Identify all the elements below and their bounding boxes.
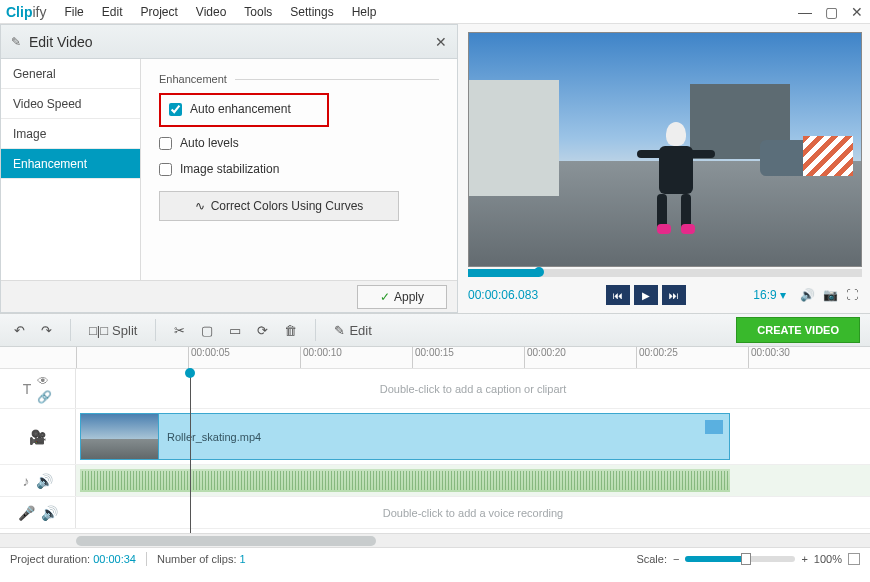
text-icon: T xyxy=(23,381,32,397)
image-stabilization-checkbox[interactable] xyxy=(159,163,172,176)
fit-button[interactable] xyxy=(848,553,860,565)
timeline-ruler[interactable]: 00:00:05 00:00:10 00:00:15 00:00:20 00:0… xyxy=(0,347,870,369)
ruler-tick: 00:00:20 xyxy=(524,347,636,368)
scrub-handle[interactable] xyxy=(534,267,544,277)
ruler-tick: 00:00:25 xyxy=(636,347,748,368)
redo-button[interactable]: ↷ xyxy=(37,321,56,340)
tab-image[interactable]: Image xyxy=(1,119,140,149)
edit-button[interactable]: ✎ Edit xyxy=(330,321,375,340)
audio-lane[interactable] xyxy=(76,465,870,496)
video-preview[interactable] xyxy=(468,32,862,267)
correct-colors-label: Correct Colors Using Curves xyxy=(211,199,364,213)
auto-enhancement-checkbox[interactable] xyxy=(169,103,182,116)
scale-thumb[interactable] xyxy=(741,553,751,565)
play-button[interactable]: ▶ xyxy=(634,285,658,305)
playback-scrubber[interactable] xyxy=(468,269,862,277)
video-clip[interactable]: Roller_skating.mp4 xyxy=(80,413,730,460)
auto-enhancement-highlight: Auto enhancement xyxy=(159,93,329,127)
fullscreen-icon[interactable]: ⛶ xyxy=(846,288,858,302)
aspect-ratio[interactable]: 16:9 ▾ xyxy=(753,288,786,302)
scale-fill xyxy=(685,556,746,562)
voice-lane[interactable]: Double-click to add a voice recording xyxy=(76,497,870,528)
minimize-icon[interactable]: — xyxy=(798,4,812,20)
duration-label: Project duration: xyxy=(10,553,90,565)
split-button[interactable]: □|□ Split xyxy=(85,321,141,340)
video-lane[interactable]: Roller_skating.mp4 Drag cli and photos xyxy=(76,409,870,464)
caption-track[interactable]: T 👁 🔗 Double-click to add a caption or c… xyxy=(0,369,870,409)
video-track[interactable]: 🎥 Roller_skating.mp4 Drag cli and photos xyxy=(0,409,870,465)
apply-label: Apply xyxy=(394,290,424,304)
clips-label: Number of clips: xyxy=(157,553,236,565)
window-controls: — ▢ ✕ xyxy=(798,4,864,20)
link-icon[interactable]: 🔗 xyxy=(37,390,52,404)
clip-name: Roller_skating.mp4 xyxy=(167,431,261,443)
undo-button[interactable]: ↶ xyxy=(10,321,29,340)
zoom-out-button[interactable]: − xyxy=(673,553,679,565)
menu-settings[interactable]: Settings xyxy=(290,5,333,19)
speaker-icon[interactable]: 🔊 xyxy=(36,473,53,489)
speaker-icon[interactable]: 🔊 xyxy=(41,505,58,521)
prev-button[interactable]: ⏮ xyxy=(606,285,630,305)
curves-icon: ∿ xyxy=(195,199,205,213)
correct-colors-button[interactable]: ∿ Correct Colors Using Curves xyxy=(159,191,399,221)
menu-help[interactable]: Help xyxy=(352,5,377,19)
scale-slider[interactable] xyxy=(685,556,795,562)
menu-bar: Clipify File Edit Project Video Tools Se… xyxy=(0,0,870,24)
crop-button[interactable]: ▢ xyxy=(197,321,217,340)
maximize-icon[interactable]: ▢ xyxy=(824,4,838,20)
delete-button[interactable]: 🗑 xyxy=(280,321,301,340)
preview-skater xyxy=(653,122,699,242)
scale-label: Scale: xyxy=(636,553,667,565)
menu-edit[interactable]: Edit xyxy=(102,5,123,19)
audio-waveform[interactable] xyxy=(80,469,730,492)
separator xyxy=(155,319,156,341)
image-stabilization-row[interactable]: Image stabilization xyxy=(159,157,439,181)
app-logo: Clipify xyxy=(6,4,46,20)
playhead[interactable] xyxy=(190,369,191,533)
create-video-button[interactable]: CREATE VIDEO xyxy=(736,317,860,343)
ruler-tick: 00:00:30 xyxy=(748,347,860,368)
menu-video[interactable]: Video xyxy=(196,5,226,19)
panel-close-icon[interactable]: ✕ xyxy=(435,34,447,50)
rotate-button[interactable]: ⟳ xyxy=(253,321,272,340)
zoom-in-button[interactable]: + xyxy=(801,553,807,565)
audio-track[interactable]: ♪ 🔊 xyxy=(0,465,870,497)
tab-video-speed[interactable]: Video Speed xyxy=(1,89,140,119)
scrollbar-thumb[interactable] xyxy=(76,536,376,546)
auto-enhancement-row[interactable]: Auto enhancement xyxy=(169,97,319,121)
edit-video-panel: ✎ Edit Video ✕ General Video Speed Image… xyxy=(0,24,458,313)
timeline-scrollbar[interactable] xyxy=(0,533,870,547)
volume-icon[interactable]: 🔊 xyxy=(800,288,815,302)
status-bar: Project duration: 00:00:34 Number of cli… xyxy=(0,547,870,569)
video-icon: 🎥 xyxy=(29,429,46,445)
menu-tools[interactable]: Tools xyxy=(244,5,272,19)
next-button[interactable]: ⏭ xyxy=(662,285,686,305)
frame-button[interactable]: ▭ xyxy=(225,321,245,340)
separator xyxy=(315,319,316,341)
panel-header: ✎ Edit Video ✕ xyxy=(1,25,457,59)
check-icon: ✓ xyxy=(380,290,390,304)
tab-enhancement[interactable]: Enhancement xyxy=(1,149,140,179)
timecode: 00:00:06.083 xyxy=(468,288,538,302)
preview-pane: 00:00:06.083 ⏮ ▶ ⏭ 16:9 ▾ 🔊 📷 ⛶ xyxy=(458,24,870,313)
voice-track[interactable]: 🎤 🔊 Double-click to add a voice recordin… xyxy=(0,497,870,529)
voice-hint: Double-click to add a voice recording xyxy=(383,507,563,519)
clips-value: 1 xyxy=(240,553,246,565)
menu-project[interactable]: Project xyxy=(140,5,177,19)
eye-icon[interactable]: 👁 xyxy=(37,374,52,388)
tab-general[interactable]: General xyxy=(1,59,140,89)
timeline: 00:00:05 00:00:10 00:00:15 00:00:20 00:0… xyxy=(0,347,870,547)
menu-file[interactable]: File xyxy=(64,5,83,19)
apply-button[interactable]: ✓ Apply xyxy=(357,285,447,309)
close-icon[interactable]: ✕ xyxy=(850,4,864,20)
auto-levels-row[interactable]: Auto levels xyxy=(159,131,439,155)
separator xyxy=(70,319,71,341)
caption-hint: Double-click to add a caption or clipart xyxy=(380,383,566,395)
caption-lane[interactable]: Double-click to add a caption or clipart xyxy=(76,369,870,408)
cut-button[interactable]: ✂ xyxy=(170,321,189,340)
scrub-progress xyxy=(468,269,539,277)
snapshot-icon[interactable]: 📷 xyxy=(823,288,838,302)
auto-levels-checkbox[interactable] xyxy=(159,137,172,150)
ruler-tick xyxy=(76,347,188,368)
panel-tabs: General Video Speed Image Enhancement xyxy=(1,59,141,280)
